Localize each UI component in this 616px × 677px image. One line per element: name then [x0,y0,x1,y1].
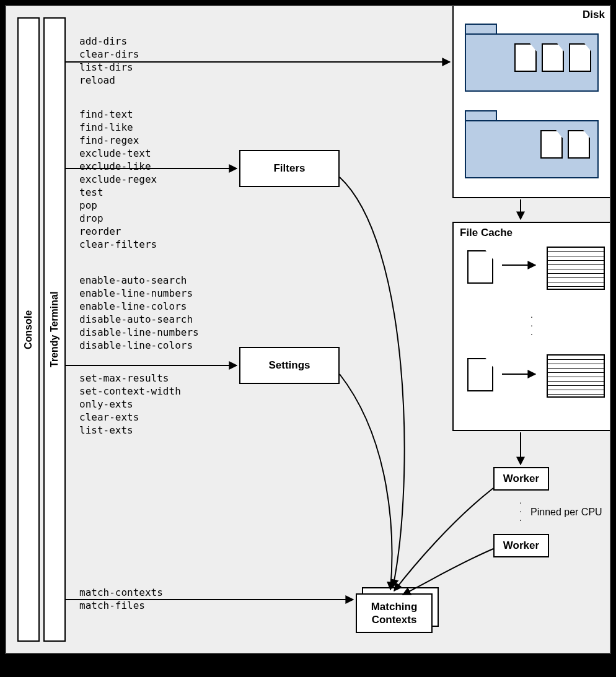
disk-box: Disk [452,6,610,198]
folder-icon [465,33,599,92]
worker-box-1: Worker [493,467,549,491]
trendy-terminal-label: Trendy Terminal [49,292,60,367]
match-commands: match-contexts match-files [79,586,163,612]
console-box: Console [17,17,40,642]
matching-contexts-box: Matching Contexts [356,593,433,633]
ellipsis-icon: · · · [528,312,535,338]
filters-box: Filters [239,150,340,187]
settings-commands-bottom: set-max-results set-context-width only-e… [79,372,181,437]
settings-commands-top: enable-auto-search enable-line-numbers e… [79,274,199,352]
settings-label: Settings [268,359,310,372]
trendy-terminal-box: Trendy Terminal [43,17,66,642]
file-icon [568,130,590,159]
folder-icon [465,120,599,178]
file-icon [467,358,493,391]
file-icon [467,250,493,284]
pinned-annotation: Pinned per CPU [530,507,602,518]
worker-box-2: Worker [493,534,549,557]
worker-label: Worker [503,472,539,485]
disk-title: Disk [583,9,605,21]
file-icon [514,43,537,72]
filters-label: Filters [273,162,305,175]
cache-sheet-icon [547,354,605,398]
filter-commands: find-text find-like find-regex exclude-t… [79,108,157,251]
disk-commands: add-dirs clear-dirs list-dirs reload [79,35,139,87]
matching-contexts-label: Matching Contexts [371,600,418,627]
ellipsis-icon: · · · [517,498,524,524]
file-cache-box: File Cache · · · [452,222,610,431]
cache-sheet-icon [547,247,605,290]
file-icon [569,43,591,72]
file-cache-title: File Cache [460,227,513,239]
diagram-canvas: Console Trendy Terminal add-dirs clear-d… [6,6,610,653]
console-label: Console [23,310,34,349]
file-icon [542,43,564,72]
file-icon [540,130,563,159]
worker-label: Worker [503,539,539,552]
settings-box: Settings [239,347,340,384]
